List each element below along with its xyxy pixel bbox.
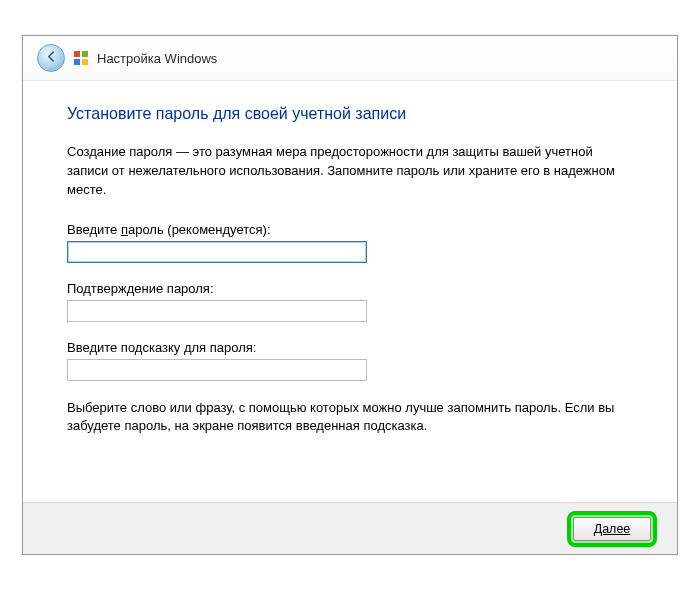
page-description: Создание пароля — это разумная мера пред… [67, 143, 633, 200]
footer-bar: Далее [23, 502, 677, 554]
page-title: Установите пароль для своей учетной запи… [67, 105, 633, 123]
back-arrow-icon [45, 50, 58, 66]
hint-label: Введите подсказку для пароля: [67, 340, 633, 355]
setup-window: Настройка Windows Установите пароль для … [22, 35, 678, 555]
hint-field-row: Введите подсказку для пароля: [67, 340, 633, 381]
password-input[interactable] [67, 241, 367, 263]
svg-rect-2 [74, 59, 80, 65]
svg-rect-1 [82, 51, 88, 57]
back-button[interactable] [37, 44, 65, 72]
svg-rect-0 [74, 51, 80, 57]
windows-flag-icon [73, 50, 89, 66]
confirm-field-row: Подтверждение пароля: [67, 281, 633, 322]
header-title: Настройка Windows [97, 51, 217, 66]
svg-rect-3 [82, 59, 88, 65]
hint-description: Выберите слово или фразу, с помощью кото… [67, 399, 633, 437]
content-area: Установите пароль для своей учетной запи… [23, 81, 677, 446]
confirm-label: Подтверждение пароля: [67, 281, 633, 296]
password-field-row: Введите пароль (рекомендуется): [67, 222, 633, 263]
next-button-highlight: Далее [567, 511, 657, 547]
hint-input[interactable] [67, 359, 367, 381]
header-bar: Настройка Windows [23, 36, 677, 81]
next-button[interactable]: Далее [573, 517, 651, 541]
password-label: Введите пароль (рекомендуется): [67, 222, 633, 237]
confirm-password-input[interactable] [67, 300, 367, 322]
